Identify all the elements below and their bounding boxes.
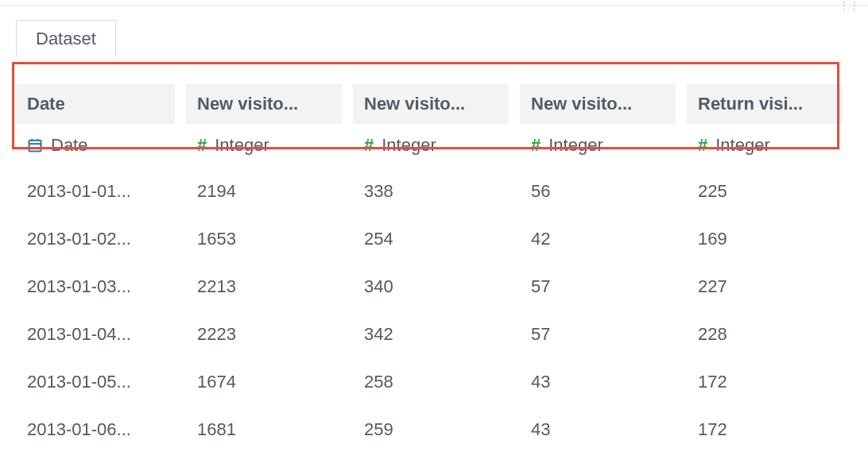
cell-value[interactable]: 225: [687, 175, 843, 208]
cell-text: 1681: [197, 419, 236, 439]
cell-date[interactable]: 2013-01-02...: [16, 222, 175, 256]
column-type-label: Integer: [215, 135, 269, 156]
cell-text: 57: [531, 276, 550, 296]
cell-value[interactable]: 1674: [186, 365, 342, 399]
cell-text: 259: [364, 419, 393, 439]
cell-date[interactable]: 2013-01-03...: [16, 270, 175, 303]
svg-rect-0: [29, 141, 41, 152]
cell-text: 1653: [197, 229, 236, 249]
cell-text: 225: [698, 181, 727, 201]
table-type-row: Date # Integer # Integer # Integer # Int…: [16, 130, 852, 160]
column-type-integer[interactable]: # Integer: [186, 130, 342, 160]
cell-value[interactable]: 340: [353, 270, 509, 303]
column-type-integer[interactable]: # Integer: [353, 130, 509, 160]
cell-value: 2013-01-01...: [27, 181, 131, 201]
cell-value[interactable]: 43: [520, 365, 676, 399]
column-type-integer[interactable]: # Integer: [687, 130, 843, 160]
cell-date[interactable]: 2013-01-01...: [16, 175, 175, 208]
cell-value[interactable]: 169: [687, 222, 843, 256]
cell-value[interactable]: 2223: [186, 318, 342, 351]
column-type-label: Integer: [548, 135, 603, 156]
column-type-label: Integer: [382, 135, 436, 156]
column-header-new-visitors-3[interactable]: New visito...: [520, 84, 676, 124]
cell-text: 57: [531, 324, 550, 344]
cell-text: 342: [364, 324, 393, 344]
top-divider: [0, 5, 868, 6]
column-header-return-visitors[interactable]: Return visi...: [687, 84, 843, 124]
drag-handle-icon[interactable]: ⋮⋮: [839, 0, 860, 11]
cell-text: 56: [531, 181, 550, 201]
cell-text: 169: [698, 229, 727, 249]
cell-text: 338: [364, 181, 393, 201]
cell-value[interactable]: 342: [353, 318, 509, 351]
column-header-new-visitors-2[interactable]: New visito...: [353, 84, 509, 124]
table-header-row: Date New visito... New visito... New vis…: [16, 57, 852, 124]
cell-text: 2223: [197, 324, 236, 344]
cell-date[interactable]: 2013-01-06...: [16, 413, 175, 446]
cell-value[interactable]: 227: [687, 270, 843, 303]
cell-value: 2013-01-05...: [27, 372, 131, 392]
cell-value[interactable]: 57: [520, 318, 676, 351]
calendar-icon: [27, 137, 43, 153]
data-table: Date New visito... New visito... New vis…: [16, 57, 852, 446]
cell-text: 172: [698, 372, 727, 392]
cell-value[interactable]: 2213: [186, 270, 342, 303]
hash-icon: #: [197, 135, 207, 156]
table-row: 2013-01-04... 2223 342 57 228 0: [16, 318, 852, 351]
column-header-label: New visito...: [197, 94, 298, 114]
hash-icon: #: [698, 135, 707, 156]
cell-value[interactable]: 1681: [186, 413, 342, 446]
table-row: 2013-01-05... 1674 258 43 172 0: [16, 365, 852, 399]
column-header-label: Return visi...: [698, 94, 803, 114]
cell-value[interactable]: 2194: [186, 175, 342, 208]
table-row: 2013-01-03... 2213 340 57 227 2: [16, 270, 852, 303]
table-row: 2013-01-01... 2194 338 56 225 1: [16, 175, 852, 208]
cell-text: 172: [698, 419, 727, 439]
cell-text: 2213: [197, 276, 236, 296]
cell-date[interactable]: 2013-01-04...: [16, 318, 175, 351]
column-type-label: Integer: [715, 135, 770, 156]
column-header-label: Date: [27, 94, 65, 114]
cell-text: 228: [698, 324, 727, 344]
cell-text: 258: [364, 372, 393, 392]
cell-text: 254: [364, 229, 393, 249]
column-header-date[interactable]: Date: [16, 84, 175, 124]
hash-icon: #: [364, 135, 374, 156]
tab-label: Dataset: [36, 29, 96, 48]
cell-text: 227: [698, 276, 727, 296]
cell-value[interactable]: 1653: [186, 222, 342, 256]
column-type-integer[interactable]: # Integer: [520, 130, 676, 160]
cell-value: 2013-01-03...: [27, 276, 131, 296]
cell-value[interactable]: 56: [520, 175, 676, 208]
cell-text: 1674: [197, 372, 236, 392]
column-type-label: Date: [51, 135, 87, 156]
cell-value: 2013-01-02...: [27, 229, 131, 249]
table-row: 2013-01-06... 1681 259 43 172 0: [16, 413, 852, 446]
cell-value[interactable]: 172: [687, 365, 843, 399]
column-header-label: New visito...: [364, 94, 465, 114]
cell-value[interactable]: 259: [353, 413, 509, 446]
cell-date[interactable]: 2013-01-05...: [16, 365, 175, 399]
cell-text: 43: [531, 372, 550, 392]
cell-value[interactable]: 338: [353, 175, 509, 208]
dataset-panel: Dataset Date New visito... New visito...…: [0, 20, 868, 446]
cell-text: 340: [364, 276, 393, 296]
tab-bar: Dataset: [16, 20, 852, 57]
cell-value[interactable]: 228: [687, 318, 843, 351]
cell-value[interactable]: 254: [353, 222, 509, 256]
column-header-new-visitors-1[interactable]: New visito...: [186, 84, 342, 124]
cell-value[interactable]: 42: [520, 222, 676, 256]
cell-value[interactable]: 43: [520, 413, 676, 446]
cell-text: 2194: [197, 181, 236, 201]
column-header-label: New visito...: [531, 94, 632, 114]
hash-icon: #: [531, 135, 541, 156]
cell-text: 42: [531, 229, 550, 249]
column-type-date[interactable]: Date: [16, 130, 175, 160]
table-row: 2013-01-02... 1653 254 42 169 0: [16, 222, 852, 256]
cell-value: 2013-01-06...: [27, 419, 131, 439]
cell-value: 2013-01-04...: [27, 324, 131, 344]
cell-value[interactable]: 258: [353, 365, 509, 399]
cell-value[interactable]: 172: [687, 413, 843, 446]
cell-value[interactable]: 57: [520, 270, 676, 303]
tab-dataset[interactable]: Dataset: [16, 20, 116, 57]
